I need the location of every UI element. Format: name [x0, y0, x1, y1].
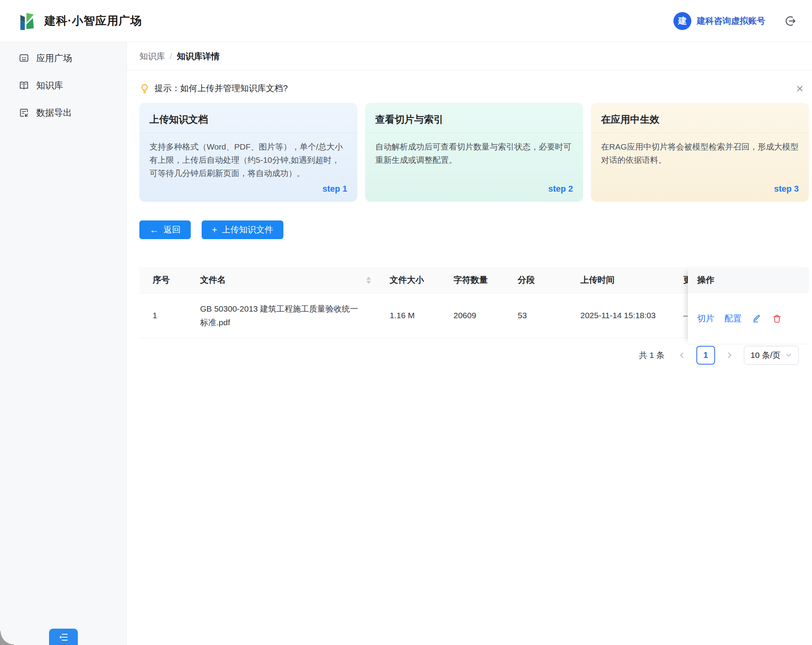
account-name[interactable]: 建科咨询虚拟账号 — [697, 15, 765, 27]
slice-link[interactable]: 切片 — [697, 313, 714, 324]
tip-banner-header: 提示：如何上传并管理知识库文档? × — [139, 81, 809, 96]
column-header-upload-time: 上传时间 — [567, 267, 670, 293]
page-size-select[interactable]: 10 条/页 — [744, 346, 799, 365]
logout-icon[interactable] — [784, 15, 796, 27]
edit-icon[interactable] — [752, 314, 762, 324]
app-plaza-icon — [19, 53, 29, 63]
sidebar-item-label: 应用广场 — [36, 52, 72, 64]
sidebar-item-label: 数据导出 — [36, 107, 72, 119]
close-icon[interactable]: × — [796, 82, 803, 95]
back-arrow-icon: ← — [149, 225, 159, 234]
step-card-apply: 在应用中生效 在RAG应用中切片将会被模型检索并召回，形成大模型对话的依据语料。… — [591, 103, 809, 202]
back-button[interactable]: ← 返回 — [139, 220, 191, 239]
page-size-value: 10 条/页 — [750, 350, 780, 361]
step-cards: 上传知识文档 支持多种格式（Word、PDF、图片等），单个/总大小有上限，上传… — [139, 103, 809, 202]
cell-size: 1.16 M — [376, 293, 440, 338]
sidebar-item-label: 知识库 — [36, 79, 63, 92]
sort-desc-icon — [366, 281, 371, 284]
column-header-chars: 字符数量 — [440, 267, 504, 293]
toolbar: ← 返回 + 上传知识文件 — [139, 220, 809, 239]
card-title: 在应用中生效 — [591, 113, 809, 133]
config-link[interactable]: 配置 — [724, 313, 742, 324]
menu-fold-icon — [58, 632, 69, 642]
brand-logo-icon — [17, 11, 37, 31]
sort-asc-icon — [366, 277, 371, 280]
top-header: 建科·小智应用广场 建 建科咨询虚拟账号 — [0, 0, 812, 42]
step-card-upload: 上传知识文档 支持多种格式（Word、PDF、图片等），单个/总大小有上限，上传… — [139, 103, 357, 202]
column-header-label: 文件名 — [200, 274, 226, 286]
chevron-down-icon — [785, 352, 792, 359]
files-table: 序号 文件名 文件大小 字符数量 分段 上传时间 更新时间 — [139, 267, 809, 338]
prev-page-button[interactable] — [675, 349, 689, 362]
row-operations: 切片 配置 — [688, 293, 809, 344]
column-header-segments: 分段 — [504, 267, 567, 293]
card-body: 支持多种格式（Word、PDF、图片等），单个/总大小有上限，上传后自动处理（约… — [149, 140, 347, 180]
back-button-label: 返回 — [163, 224, 181, 236]
window-corner — [0, 631, 14, 645]
column-header-operations: 操作 — [688, 267, 809, 293]
breadcrumb-separator: / — [170, 51, 172, 62]
step-badge: step 2 — [375, 180, 573, 194]
pagination-total: 共 1 条 — [639, 350, 664, 361]
step-card-slices: 查看切片与索引 自动解析成功后可查看切片数量与索引状态，必要时可重新生成或调整配… — [365, 103, 583, 202]
card-title: 查看切片与索引 — [365, 113, 583, 133]
breadcrumb-knowledge-base[interactable]: 知识库 — [139, 51, 165, 62]
card-body: 自动解析成功后可查看切片数量与索引状态，必要时可重新生成或调整配置。 — [375, 140, 573, 167]
app-window: 建科·小智应用广场 建 建科咨询虚拟账号 应用广场 — [0, 0, 812, 645]
chevron-right-icon — [726, 351, 733, 359]
next-page-button[interactable] — [723, 349, 736, 362]
plus-icon: + — [212, 225, 217, 234]
breadcrumb-current: 知识库详情 — [177, 51, 220, 62]
cell-index: 1 — [139, 293, 187, 338]
upload-button-label: 上传知识文件 — [222, 224, 273, 236]
data-export-icon — [19, 108, 29, 118]
sidebar-item-data-export[interactable]: 数据导出 — [0, 99, 127, 126]
chevron-left-icon — [678, 351, 686, 359]
column-header-filename[interactable]: 文件名 — [187, 267, 376, 293]
step-badge: step 3 — [601, 180, 799, 194]
card-body: 在RAG应用中切片将会被模型检索并召回，形成大模型对话的依据语料。 — [601, 140, 799, 167]
pagination: 共 1 条 1 10 条/页 — [139, 346, 809, 365]
sort-icon[interactable] — [366, 277, 371, 284]
cell-segments: 53 — [504, 293, 567, 338]
main-content: 知识库 / 知识库详情 提示：如何上传并管理知识库文档? × — [127, 42, 812, 645]
app-title: 建科·小智应用广场 — [44, 13, 142, 29]
upload-knowledge-file-button[interactable]: + 上传知识文件 — [202, 220, 283, 239]
page-number-button[interactable]: 1 — [696, 346, 715, 365]
cell-filename: GB 50300-2013 建筑工程施工质量验收统一标准.pdf — [187, 293, 366, 338]
column-header-index: 序号 — [139, 267, 187, 293]
knowledge-base-icon — [19, 80, 29, 91]
step-badge: step 1 — [149, 180, 347, 194]
sidebar-item-knowledge-base[interactable]: 知识库 — [0, 72, 127, 99]
cell-upload-time: 2025-11-14 15:18:03 — [567, 293, 670, 338]
cell-chars: 20609 — [440, 293, 504, 338]
sidebar-item-app-plaza[interactable]: 应用广场 — [0, 44, 127, 72]
lightbulb-icon — [139, 83, 150, 94]
column-header-size: 文件大小 — [376, 267, 440, 293]
sidebar: 应用广场 知识库 数据导出 — [0, 42, 127, 645]
avatar[interactable]: 建 — [673, 12, 691, 30]
sidebar-collapse-button[interactable] — [49, 629, 78, 645]
card-title: 上传知识文档 — [139, 113, 357, 133]
breadcrumb: 知识库 / 知识库详情 — [127, 42, 812, 71]
tip-title: 提示：如何上传并管理知识库文档? — [155, 83, 288, 94]
operations-pinned-column: 操作 切片 配置 — [688, 267, 809, 344]
delete-icon[interactable] — [772, 314, 782, 324]
